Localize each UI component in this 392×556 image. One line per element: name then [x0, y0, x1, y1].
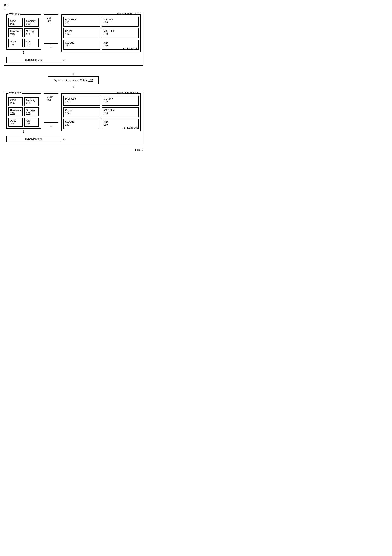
- hw0-cache: Cache 114: [63, 28, 100, 38]
- vm2-section: VM2 204: [44, 14, 58, 44]
- vm10-os: OS 266: [24, 118, 39, 126]
- figure-label: FIG. 2: [4, 148, 143, 152]
- down-arrow-interconnect: ↕: [72, 84, 75, 89]
- vm1-apps: Apps 214: [8, 39, 23, 47]
- numa-node-1: Numa Node 1 120 VM10 252 CPU 256 Memory …: [4, 91, 143, 145]
- vm1-wrapper: VM1 202 CPU 206 Memory 208 Firmware 210: [6, 14, 41, 55]
- vm1-section: VM1 202 CPU 206 Memory 208 Firmware 210: [6, 14, 41, 50]
- hw1-ioctls: I/O CTLs 150: [102, 107, 139, 117]
- hardware-1-grid: Processor 122 Memory 126 Cache 124 I/O C…: [63, 96, 139, 129]
- vm1-firmware: Firmware 210: [8, 28, 23, 37]
- vm2-title: VM2 204: [47, 16, 52, 23]
- page-reference: 105 ↙: [4, 4, 143, 10]
- hw0-processor: Processor 112: [63, 16, 100, 27]
- hw1-storage: Storage 140: [63, 119, 100, 129]
- hypervisor1-hardware-arrow: ↔: [62, 137, 66, 141]
- vm11-title: VM11 254: [47, 96, 54, 101]
- vm11-wrapper: VM11 254 ↕: [44, 93, 58, 128]
- hw1-cache: Cache 124: [63, 107, 100, 117]
- hw0-memory: Memory 116: [102, 16, 139, 27]
- page-ref-label: 105: [4, 4, 8, 7]
- vm1-os: OS 216: [24, 39, 39, 47]
- numa-node-0: Numa Node 0 110 VM1 202 CPU 206 Memory 2…: [4, 12, 143, 66]
- vm10-section: VM10 252 CPU 256 Memory 258 Firmware 260: [6, 93, 41, 129]
- hypervisor-hardware-arrow: ↔: [62, 58, 66, 62]
- interconnect-section: ↕ System Interconnect Fabric 115 ↕: [4, 70, 143, 91]
- vm1-memory: Memory 208: [24, 18, 39, 27]
- vm11-section: VM11 254: [44, 93, 58, 123]
- hw1-processor: Processor 122: [63, 96, 100, 106]
- vm1-title: VM1 202: [8, 13, 20, 15]
- vm10-storage: Storage 262: [24, 108, 39, 116]
- hw0-ioctls: I/O CTLs 150: [102, 28, 139, 38]
- vm10-title: VM10 252: [8, 92, 22, 95]
- vm1-arrow: ↕: [23, 50, 25, 54]
- vm10-apps: Apps 264: [8, 118, 23, 126]
- vm10-arrow: ↕: [23, 129, 25, 133]
- hardware-0-section: Processor 112 Memory 116 Cache 114 I/O C…: [61, 14, 141, 52]
- vm1-grid: CPU 206 Memory 208 Firmware 210 Storage …: [8, 18, 39, 47]
- vm1-storage: Storage 212: [24, 28, 39, 37]
- numa-node-1-content: VM10 252 CPU 256 Memory 258 Firmware 260: [6, 93, 141, 134]
- hardware-0-grid: Processor 112 Memory 116 Cache 114 I/O C…: [63, 16, 139, 50]
- arrow-icon: ↙: [4, 7, 7, 10]
- vm10-cpu: CPU 256: [8, 97, 23, 106]
- vm2-wrapper: VM2 204 ↕: [44, 14, 58, 49]
- hw0-storage: Storage 140: [63, 40, 100, 50]
- numa-node-0-bottom: Hypervisor 220 ↔: [6, 57, 141, 63]
- vm11-arrow: ↕: [50, 123, 52, 128]
- hardware-0-title: Hardware 230: [122, 47, 139, 50]
- hypervisor-1: Hypervisor 270: [6, 136, 61, 142]
- vm1-cpu: CPU 206: [8, 18, 23, 27]
- numa-node-1-bottom: Hypervisor 270 ↔: [6, 136, 141, 142]
- interconnect-box: System Interconnect Fabric 115: [48, 76, 99, 84]
- vm10-memory: Memory 258: [24, 97, 39, 106]
- up-arrow-interconnect: ↕: [72, 72, 75, 76]
- hardware-1-section: Processor 122 Memory 126 Cache 124 I/O C…: [61, 93, 141, 131]
- hw1-memory: Memory 126: [102, 96, 139, 106]
- vm10-grid: CPU 256 Memory 258 Firmware 260 Storage …: [8, 97, 39, 126]
- hardware-1-title: Hardware 280: [122, 126, 139, 129]
- hypervisor-0: Hypervisor 220: [6, 57, 61, 63]
- vm10-wrapper: VM10 252 CPU 256 Memory 258 Firmware 260: [6, 93, 41, 134]
- vm2-arrow: ↕: [50, 44, 52, 48]
- vm10-firmware: Firmware 260: [8, 108, 23, 116]
- numa-node-0-content: VM1 202 CPU 206 Memory 208 Firmware 210: [6, 14, 141, 55]
